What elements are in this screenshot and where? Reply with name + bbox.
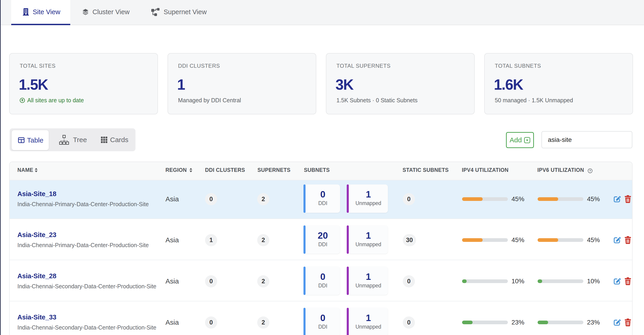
svg-text:?: ? [589,169,591,172]
